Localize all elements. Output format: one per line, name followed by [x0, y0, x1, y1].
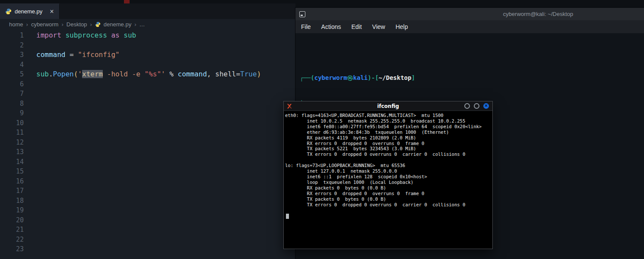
tab-deneme-py[interactable]: deneme.py × [0, 3, 60, 19]
code-line [36, 147, 261, 157]
tab-label: deneme.py [15, 8, 42, 15]
code-line [36, 225, 261, 235]
ifconfig-output: eth0: flags=4163<UP,BROADCAST,RUNNING,MU… [285, 113, 491, 207]
minimize-button[interactable] [464, 103, 470, 109]
code-token: . [49, 70, 53, 78]
code-line [36, 177, 261, 186]
line-number: 13 [0, 147, 24, 157]
line-number: 18 [0, 196, 24, 206]
code-line: import subprocess as sub [36, 31, 261, 41]
code-editor[interactable]: 1234567891011121314151617181920212223 im… [0, 29, 295, 254]
code-line [36, 157, 261, 167]
xterm-content[interactable]: eth0: flags=4163<UP,BROADCAST,RUNNING,MU… [284, 111, 492, 222]
close-button[interactable]: ✕ [483, 103, 489, 109]
prompt-frame: ┌──( [300, 74, 314, 81]
line-number: 6 [0, 79, 24, 89]
breadcrumb-file[interactable]: deneme.py [104, 21, 131, 28]
line-number: 19 [0, 205, 24, 215]
code-token: shell [215, 70, 236, 78]
background-window-sliver [124, 0, 130, 3]
code-line [36, 128, 261, 138]
menu-help[interactable]: Help [396, 23, 408, 30]
menu-file[interactable]: File [301, 23, 311, 30]
vscode-window: deneme.py × home › cyberworm › Desktop ›… [0, 3, 295, 259]
prompt-frame: )-[ [368, 74, 378, 81]
line-number: 2 [0, 41, 24, 51]
code-token: as [111, 31, 119, 39]
code-line [36, 235, 261, 245]
xterm-cursor [286, 214, 289, 219]
code-token: = [65, 51, 78, 59]
code-token: xterm [82, 70, 103, 78]
python-file-icon [5, 8, 12, 15]
line-number: 21 [0, 225, 24, 235]
breadcrumb-user[interactable]: cyberworm [31, 21, 59, 28]
code-token: , [207, 70, 215, 78]
code-line [36, 205, 261, 215]
code-token: ' [78, 70, 82, 78]
prompt-frame: ] [411, 74, 415, 81]
line-number: 20 [0, 215, 24, 225]
line-number: 22 [0, 235, 24, 245]
line-number: 1 [0, 31, 24, 41]
code-line: sub.Popen('xterm -hold -e "%s"' % comman… [36, 69, 261, 79]
code-token: ' [161, 70, 165, 78]
editor-lines: import subprocess as subcommand = "ifcon… [24, 31, 261, 254]
code-token [120, 31, 124, 39]
xterm-titlebar[interactable]: ifconfig ✕ [284, 101, 492, 111]
prompt-line-1: ┌──(cyberworm㉿kali)-[~/Desktop] [300, 73, 640, 82]
line-number: 12 [0, 138, 24, 148]
line-number: 15 [0, 167, 24, 177]
code-line [36, 108, 261, 118]
code-line [36, 118, 261, 128]
code-line [36, 244, 261, 254]
code-token: "%s" [145, 70, 162, 78]
line-number: 7 [0, 89, 24, 99]
code-token: ( [74, 70, 78, 78]
code-token: subprocess [65, 31, 107, 39]
line-number: 23 [0, 244, 24, 254]
code-token: sub [124, 31, 136, 39]
menu-actions[interactable]: Actions [321, 23, 341, 30]
code-token: "ifconfig" [78, 51, 119, 59]
prompt-host: kali [353, 74, 368, 81]
breadcrumb-more[interactable]: … [140, 21, 145, 28]
breadcrumb: home › cyberworm › Desktop › deneme.py ›… [0, 19, 295, 29]
code-token: Popen [53, 70, 74, 78]
chevron-right-icon: › [134, 21, 136, 28]
qterminal-title: cyberworm@kali: ~/Desktop [503, 11, 573, 17]
code-token: % [165, 70, 178, 78]
code-line [36, 41, 261, 51]
xterm-cursor-line [285, 213, 491, 221]
breadcrumb-folder[interactable]: Desktop [67, 21, 87, 28]
editor-gutter: 1234567891011121314151617181920212223 [0, 31, 24, 254]
xterm-title: ifconfig [284, 103, 492, 109]
line-number: 11 [0, 128, 24, 138]
qterminal-titlebar[interactable]: cyberworm@kali: ~/Desktop [295, 8, 644, 20]
prompt-user: cyberworm [314, 74, 347, 81]
prompt-at-symbol: ㉿ [347, 74, 353, 81]
code-line [36, 138, 261, 148]
prompt-path: ~/Desktop [379, 74, 412, 81]
code-line [36, 186, 261, 196]
line-number: 14 [0, 157, 24, 167]
window-controls: ✕ [464, 103, 489, 109]
maximize-button[interactable] [474, 103, 479, 109]
editor-tab-bar: deneme.py × [0, 3, 295, 19]
code-token: = [236, 70, 240, 78]
qterminal-menubar: File Actions Edit View Help [295, 20, 644, 33]
tab-close-icon[interactable]: × [50, 8, 54, 15]
code-line [36, 99, 261, 109]
breadcrumb-home[interactable]: home [9, 21, 23, 28]
line-number: 10 [0, 118, 24, 128]
chevron-right-icon: › [26, 21, 28, 28]
code-token: True [240, 70, 257, 78]
code-line [36, 79, 261, 89]
menu-view[interactable]: View [372, 23, 385, 30]
terminal-icon [299, 11, 305, 17]
code-line: command = "ifconfig" [36, 50, 261, 60]
line-number: 3 [0, 50, 24, 60]
menu-edit[interactable]: Edit [351, 23, 362, 30]
code-line [36, 60, 261, 70]
line-number: 4 [0, 60, 24, 70]
